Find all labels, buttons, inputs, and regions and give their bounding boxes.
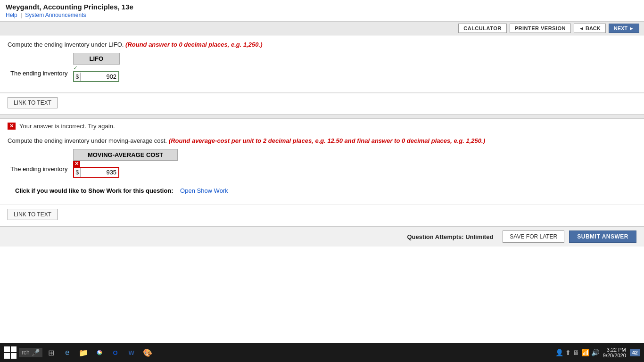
clock-time: 3:22 PM [603,347,626,353]
lifo-input-wrapper: $ [73,71,119,82]
chrome-icon[interactable] [92,346,107,360]
moving-avg-instruction-plain: Compute the ending inventory under movin… [8,137,169,144]
lifo-link-area: LINK TO TEXT [0,93,644,114]
lifo-link-to-text-button[interactable]: LINK TO TEXT [8,97,58,108]
word-icon[interactable]: W [124,346,139,360]
clock-date: 9/20/2020 [603,353,626,358]
footer-bar: Question Attempts: Unlimited SAVE FOR LA… [0,226,644,247]
lifo-instruction: Compute the ending inventory under LIFO.… [8,41,636,48]
mic-icon: 🎤 [32,349,40,356]
announcements-link[interactable]: System Announcements [25,12,86,18]
moving-avg-table: MOVING-AVERAGE COST The ending inventory… [8,149,178,178]
moving-avg-table-header: MOVING-AVERAGE COST [73,149,177,161]
show-work-area: Click if you would like to Show Work for… [8,182,636,199]
attempts-text: Question Attempts: Unlimited [407,233,493,240]
folder-icon[interactable]: 📁 [76,346,91,360]
paint-icon[interactable]: 🎨 [140,346,155,360]
lifo-row-label: The ending inventory [8,65,73,82]
ie-icon[interactable]: e [60,346,74,360]
next-button[interactable]: NEXT ► [609,24,639,33]
lifo-instruction-plain: Compute the ending inventory under LIFO. [8,41,125,48]
error-text: Your answer is incorrect. Try again. [19,123,115,130]
printer-version-button[interactable]: PRINTER VERSION [510,24,571,33]
show-work-label: Click if you would like to Show Work for… [15,187,173,194]
lifo-round-note: (Round answer to 0 decimal places, e.g. … [125,41,262,48]
moving-avg-dollar-sign: $ [74,168,81,177]
moving-avg-input[interactable] [81,168,118,177]
task-view-icon[interactable]: ⊞ [44,346,58,360]
lifo-table: LIFO The ending inventory ✓ $ [8,53,120,82]
taskbar-clock: 3:22 PM 9/20/2020 [603,347,626,358]
main-content: Compute the ending inventory under LIFO.… [0,35,644,343]
lifo-section: Compute the ending inventory under LIFO.… [0,35,644,93]
search-bar[interactable]: rch 🎤 [19,348,42,357]
header-links: Help | System Announcements [6,12,638,18]
moving-avg-row: The ending inventory ✕ $ [8,161,178,178]
submit-answer-button[interactable]: SUBMIT ANSWER [569,230,636,243]
lifo-row: The ending inventory ✓ $ [8,65,119,82]
moving-avg-x-indicator: ✕ [73,161,80,167]
taskbar: rch 🎤 ⊞ e 📁 O W 🎨 👤 ⬆ 🖥 📶 🔊 3:22 PM 9/20… [0,343,644,362]
moving-avg-instruction: Compute the ending inventory under movin… [8,137,636,144]
lifo-input[interactable] [81,72,118,81]
save-for-later-button[interactable]: SAVE FOR LATER [503,230,564,243]
header: Weygandt, Accounting Principles, 13e Hel… [0,0,644,22]
moving-avg-round-note: (Round average-cost per unit to 2 decima… [169,137,485,144]
outlook-icon[interactable]: O [108,346,123,360]
taskbar-icons-right: 👤 ⬆ 🖥 📶 🔊 [555,349,599,356]
moving-avg-link-area: LINK TO TEXT [0,205,644,226]
calculator-button[interactable]: CALCULATOR [458,24,506,33]
taskbar-right: 👤 ⬆ 🖥 📶 🔊 3:22 PM 9/20/2020 42 [555,347,640,358]
error-notice: ✕ Your answer is incorrect. Try again. [0,119,644,132]
lifo-check-indicator: ✓ [73,65,78,71]
notification-badge[interactable]: 42 [630,349,640,356]
error-icon: ✕ [8,123,16,130]
help-link[interactable]: Help [6,12,17,18]
lifo-dollar-sign: $ [74,73,81,81]
moving-average-section: Compute the ending inventory under movin… [0,132,644,205]
search-text: rch [22,349,30,356]
moving-avg-row-label: The ending inventory [8,161,73,178]
start-button[interactable] [4,346,17,359]
svg-point-1 [98,352,100,354]
toolbar: CALCULATOR PRINTER VERSION ◄ BACK NEXT ► [0,22,644,35]
back-button[interactable]: ◄ BACK [574,24,606,33]
moving-avg-link-to-text-button[interactable]: LINK TO TEXT [8,209,58,220]
app-title: Weygandt, Accounting Principles, 13e [6,3,638,11]
moving-avg-input-wrapper: $ [73,167,119,178]
section-separator [0,114,644,119]
lifo-table-header: LIFO [73,53,119,65]
open-show-work-link[interactable]: Open Show Work [180,187,228,194]
